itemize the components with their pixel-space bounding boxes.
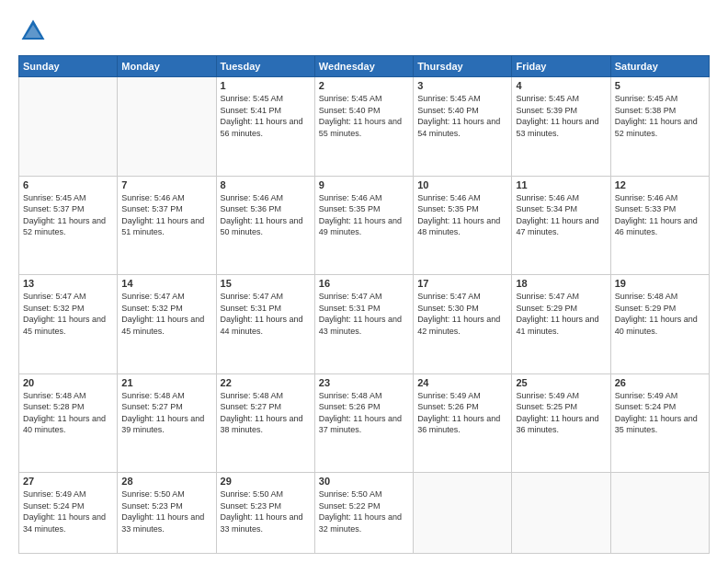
week-row-1: 1Sunrise: 5:45 AMSunset: 5:41 PMDaylight…	[19, 77, 710, 177]
day-info: Sunrise: 5:49 AMSunset: 5:26 PMDaylight:…	[417, 390, 507, 436]
day-info: Sunrise: 5:50 AMSunset: 5:23 PMDaylight:…	[221, 488, 311, 534]
weekday-header-friday: Friday	[512, 56, 610, 77]
calendar-cell: 23Sunrise: 5:48 AMSunset: 5:26 PMDayligh…	[314, 373, 413, 473]
day-number: 15	[221, 278, 311, 289]
day-info: Sunrise: 5:46 AMSunset: 5:35 PMDaylight:…	[319, 192, 409, 238]
calendar-cell: 25Sunrise: 5:49 AMSunset: 5:25 PMDayligh…	[512, 373, 610, 473]
day-info: Sunrise: 5:48 AMSunset: 5:26 PMDaylight:…	[319, 390, 409, 436]
weekday-header-thursday: Thursday	[414, 56, 512, 77]
day-info: Sunrise: 5:47 AMSunset: 5:32 PMDaylight:…	[121, 291, 211, 337]
day-info: Sunrise: 5:47 AMSunset: 5:30 PMDaylight:…	[417, 291, 507, 337]
day-number: 27	[23, 476, 113, 487]
day-number: 3	[417, 80, 507, 91]
logo	[18, 17, 51, 46]
day-info: Sunrise: 5:47 AMSunset: 5:31 PMDaylight:…	[319, 291, 409, 337]
week-row-2: 6Sunrise: 5:45 AMSunset: 5:37 PMDaylight…	[19, 176, 710, 275]
logo-icon	[18, 17, 48, 46]
calendar-cell: 26Sunrise: 5:49 AMSunset: 5:24 PMDayligh…	[610, 373, 709, 473]
week-row-3: 13Sunrise: 5:47 AMSunset: 5:32 PMDayligh…	[19, 275, 710, 374]
day-info: Sunrise: 5:48 AMSunset: 5:27 PMDaylight:…	[221, 390, 311, 436]
day-number: 7	[121, 179, 211, 190]
calendar-cell: 12Sunrise: 5:46 AMSunset: 5:33 PMDayligh…	[610, 176, 709, 275]
calendar-cell: 21Sunrise: 5:48 AMSunset: 5:27 PMDayligh…	[118, 373, 216, 473]
day-number: 28	[121, 476, 211, 487]
calendar-cell	[118, 77, 216, 177]
calendar-cell: 10Sunrise: 5:46 AMSunset: 5:35 PMDayligh…	[414, 176, 512, 275]
weekday-header-tuesday: Tuesday	[216, 56, 314, 77]
header	[18, 17, 710, 46]
weekday-header-monday: Monday	[118, 56, 216, 77]
calendar-cell: 4Sunrise: 5:45 AMSunset: 5:39 PMDaylight…	[512, 77, 610, 177]
day-info: Sunrise: 5:49 AMSunset: 5:25 PMDaylight:…	[516, 390, 606, 436]
day-number: 10	[417, 179, 507, 190]
calendar-cell: 14Sunrise: 5:47 AMSunset: 5:32 PMDayligh…	[118, 275, 216, 374]
calendar-cell: 3Sunrise: 5:45 AMSunset: 5:40 PMDaylight…	[414, 77, 512, 177]
calendar-cell: 2Sunrise: 5:45 AMSunset: 5:40 PMDaylight…	[314, 77, 413, 177]
calendar-cell: 7Sunrise: 5:46 AMSunset: 5:37 PMDaylight…	[118, 176, 216, 275]
day-info: Sunrise: 5:48 AMSunset: 5:28 PMDaylight:…	[23, 390, 113, 436]
calendar-cell: 13Sunrise: 5:47 AMSunset: 5:32 PMDayligh…	[19, 275, 118, 374]
day-info: Sunrise: 5:45 AMSunset: 5:40 PMDaylight:…	[319, 93, 409, 139]
day-number: 6	[23, 179, 113, 190]
day-info: Sunrise: 5:49 AMSunset: 5:24 PMDaylight:…	[615, 390, 705, 436]
calendar-cell: 29Sunrise: 5:50 AMSunset: 5:23 PMDayligh…	[216, 473, 314, 554]
weekday-header-row: SundayMondayTuesdayWednesdayThursdayFrid…	[19, 56, 710, 77]
day-number: 29	[221, 476, 311, 487]
calendar-cell: 5Sunrise: 5:45 AMSunset: 5:38 PMDaylight…	[610, 77, 709, 177]
calendar-cell: 17Sunrise: 5:47 AMSunset: 5:30 PMDayligh…	[414, 275, 512, 374]
calendar-cell: 18Sunrise: 5:47 AMSunset: 5:29 PMDayligh…	[512, 275, 610, 374]
day-info: Sunrise: 5:47 AMSunset: 5:31 PMDaylight:…	[221, 291, 311, 337]
week-row-5: 27Sunrise: 5:49 AMSunset: 5:24 PMDayligh…	[19, 473, 710, 554]
day-info: Sunrise: 5:45 AMSunset: 5:38 PMDaylight:…	[615, 93, 705, 139]
day-info: Sunrise: 5:48 AMSunset: 5:29 PMDaylight:…	[615, 291, 705, 337]
calendar-cell: 20Sunrise: 5:48 AMSunset: 5:28 PMDayligh…	[19, 373, 118, 473]
day-number: 9	[319, 179, 409, 190]
day-info: Sunrise: 5:46 AMSunset: 5:37 PMDaylight:…	[121, 192, 211, 238]
calendar-cell: 24Sunrise: 5:49 AMSunset: 5:26 PMDayligh…	[414, 373, 512, 473]
day-info: Sunrise: 5:45 AMSunset: 5:41 PMDaylight:…	[221, 93, 311, 139]
day-number: 20	[23, 377, 113, 388]
day-info: Sunrise: 5:46 AMSunset: 5:35 PMDaylight:…	[417, 192, 507, 238]
calendar-cell: 22Sunrise: 5:48 AMSunset: 5:27 PMDayligh…	[216, 373, 314, 473]
calendar-cell	[414, 473, 512, 554]
day-number: 26	[615, 377, 705, 388]
day-number: 22	[221, 377, 311, 388]
calendar-cell: 1Sunrise: 5:45 AMSunset: 5:41 PMDaylight…	[216, 77, 314, 177]
day-info: Sunrise: 5:46 AMSunset: 5:36 PMDaylight:…	[221, 192, 311, 238]
week-row-4: 20Sunrise: 5:48 AMSunset: 5:28 PMDayligh…	[19, 373, 710, 473]
calendar-cell: 16Sunrise: 5:47 AMSunset: 5:31 PMDayligh…	[314, 275, 413, 374]
calendar-cell: 30Sunrise: 5:50 AMSunset: 5:22 PMDayligh…	[314, 473, 413, 554]
day-number: 14	[121, 278, 211, 289]
day-number: 13	[23, 278, 113, 289]
calendar-cell: 11Sunrise: 5:46 AMSunset: 5:34 PMDayligh…	[512, 176, 610, 275]
calendar-cell	[19, 77, 118, 177]
day-number: 16	[319, 278, 409, 289]
day-info: Sunrise: 5:47 AMSunset: 5:32 PMDaylight:…	[23, 291, 113, 337]
day-number: 1	[221, 80, 311, 91]
day-info: Sunrise: 5:45 AMSunset: 5:37 PMDaylight:…	[23, 192, 113, 238]
calendar-cell: 6Sunrise: 5:45 AMSunset: 5:37 PMDaylight…	[19, 176, 118, 275]
day-number: 21	[121, 377, 211, 388]
day-number: 4	[516, 80, 606, 91]
calendar-cell: 15Sunrise: 5:47 AMSunset: 5:31 PMDayligh…	[216, 275, 314, 374]
calendar-cell: 19Sunrise: 5:48 AMSunset: 5:29 PMDayligh…	[610, 275, 709, 374]
day-info: Sunrise: 5:46 AMSunset: 5:33 PMDaylight:…	[615, 192, 705, 238]
calendar-cell: 8Sunrise: 5:46 AMSunset: 5:36 PMDaylight…	[216, 176, 314, 275]
day-info: Sunrise: 5:45 AMSunset: 5:40 PMDaylight:…	[417, 93, 507, 139]
day-number: 5	[615, 80, 705, 91]
calendar-cell: 9Sunrise: 5:46 AMSunset: 5:35 PMDaylight…	[314, 176, 413, 275]
calendar-table: SundayMondayTuesdayWednesdayThursdayFrid…	[18, 55, 710, 554]
weekday-header-saturday: Saturday	[610, 56, 709, 77]
day-info: Sunrise: 5:50 AMSunset: 5:23 PMDaylight:…	[121, 488, 211, 534]
day-number: 8	[221, 179, 311, 190]
day-number: 11	[516, 179, 606, 190]
calendar-cell	[512, 473, 610, 554]
day-number: 19	[615, 278, 705, 289]
day-number: 30	[319, 476, 409, 487]
day-info: Sunrise: 5:45 AMSunset: 5:39 PMDaylight:…	[516, 93, 606, 139]
page: SundayMondayTuesdayWednesdayThursdayFrid…	[0, 0, 728, 563]
day-info: Sunrise: 5:50 AMSunset: 5:22 PMDaylight:…	[319, 488, 409, 534]
calendar-cell	[610, 473, 709, 554]
weekday-header-wednesday: Wednesday	[314, 56, 413, 77]
day-number: 25	[516, 377, 606, 388]
